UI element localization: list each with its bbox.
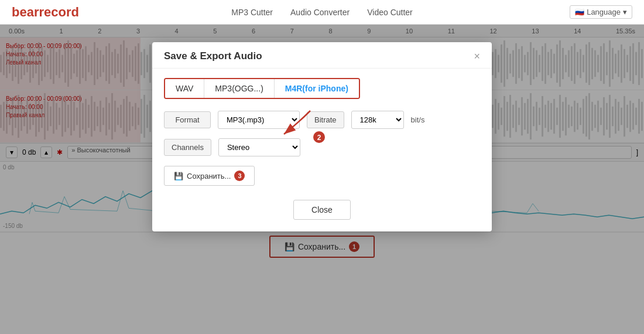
nav-mp3-cutter[interactable]: MP3 Cutter [231, 8, 273, 17]
language-label: Language [587, 8, 621, 16]
format-tabs: WAV MP3(OGG...) M4R(for iPhone) [164, 78, 360, 99]
modal-save-label: Сохранить... [187, 172, 231, 180]
tab-wav[interactable]: WAV [165, 79, 204, 98]
tab-m4r[interactable]: M4R(for iPhone) [275, 79, 359, 98]
format-label: Format [164, 111, 211, 128]
chevron-down-icon: ▾ [623, 8, 627, 16]
modal-body: WAV MP3(OGG...) M4R(for iPhone) Format M… [152, 69, 492, 195]
modal-save-icon: 💾 [174, 172, 183, 180]
format-bitrate-row: Format MP3(.mp3) Bitrate 128k bit/s [164, 111, 480, 129]
main-content: 0.00s 1 2 3 4 5 6 7 8 9 10 11 12 13 14 1… [0, 25, 644, 334]
nav-video-cutter[interactable]: Video Cutter [367, 8, 413, 17]
bitrate-unit: bit/s [411, 115, 425, 124]
modal-close-button[interactable]: × [474, 51, 480, 62]
modal-save-row: 💾 Сохранить... 3 [164, 166, 480, 186]
language-button[interactable]: 🇷🇺 Language ▾ [570, 5, 632, 19]
modal-footer: Close [152, 195, 492, 220]
modal-save-badge: 3 [234, 171, 245, 181]
bitrate-label: Bitrate [307, 111, 344, 128]
modal-dialog: Save & Export Audio × WAV MP3(OGG...) M4… [152, 42, 492, 231]
tab-mp3[interactable]: MP3(OGG...) [204, 79, 274, 98]
bitrate-select[interactable]: 128k [351, 111, 404, 129]
modal-overlay: Save & Export Audio × WAV MP3(OGG...) M4… [0, 25, 644, 334]
modal-close-btn-bottom[interactable]: Close [293, 200, 351, 220]
channels-label: Channels [164, 139, 211, 156]
topnav: bearrecord MP3 Cutter Audio Converter Vi… [0, 0, 644, 25]
modal-title: Save & Export Audio [164, 50, 262, 62]
modal-save-button[interactable]: 💾 Сохранить... 3 [164, 166, 255, 186]
modal-header: Save & Export Audio × [152, 42, 492, 69]
format-select[interactable]: MP3(.mp3) [218, 111, 300, 129]
flag-icon: 🇷🇺 [575, 8, 584, 16]
channels-select[interactable]: Stereo [218, 138, 300, 156]
logo-black: record [39, 5, 78, 19]
channels-row: Channels Stereo [164, 138, 480, 156]
logo-red: bear [12, 5, 39, 19]
nav-links: MP3 Cutter Audio Converter Video Cutter [231, 8, 413, 17]
logo: bearrecord [12, 5, 79, 20]
nav-audio-converter[interactable]: Audio Converter [290, 8, 350, 17]
